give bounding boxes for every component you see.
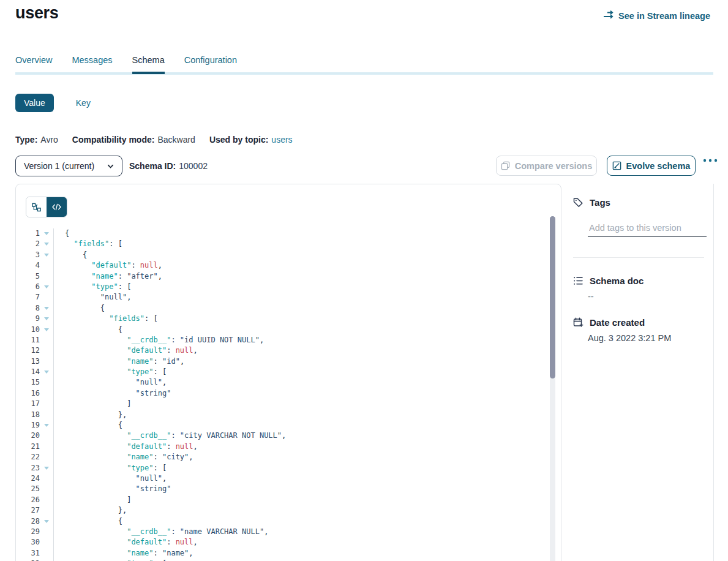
key-toggle-button[interactable]: Key	[67, 94, 99, 112]
code-line: 11 "__crdb__": "id UUID NOT NULL",	[16, 335, 549, 345]
fold-caret-icon[interactable]	[40, 239, 53, 249]
compatibility-value: Backward	[157, 135, 195, 145]
code-line: 17 ]	[16, 399, 549, 409]
code-text: "string"	[53, 388, 549, 399]
editor-scrollbar-track[interactable]	[550, 216, 555, 561]
sidebar-divider	[573, 257, 704, 258]
fold-caret-empty	[40, 505, 53, 516]
fold-caret-icon[interactable]	[40, 559, 53, 561]
line-number: 24	[16, 473, 40, 484]
line-number: 3	[16, 250, 40, 260]
chevron-down-icon	[107, 162, 114, 170]
line-number: 19	[16, 420, 40, 431]
code-line: 22 "name": "city",	[16, 452, 549, 462]
line-number: 7	[16, 292, 40, 303]
fold-caret-icon[interactable]	[40, 516, 53, 527]
fold-caret-icon[interactable]	[40, 282, 53, 292]
lineage-link-label: See in Stream lineage	[618, 11, 710, 21]
code-line: 1{	[16, 228, 549, 239]
tab-configuration[interactable]: Configuration	[184, 55, 237, 74]
code-text: "default": null,	[53, 442, 549, 452]
schema-sidebar: Tags Schema doc --	[573, 184, 714, 561]
compatibility-field: Compatibility mode:Backward	[72, 135, 195, 145]
fold-caret-icon[interactable]	[40, 250, 53, 260]
code-line: 29 "__crdb__": "name VARCHAR NULL",	[16, 527, 549, 537]
line-number: 4	[16, 260, 40, 271]
code-text: },	[53, 505, 549, 516]
fold-caret-icon[interactable]	[40, 314, 53, 324]
code-text: "type": [	[53, 282, 549, 292]
code-text: "type": [	[53, 559, 549, 561]
fold-caret-empty	[40, 495, 53, 505]
code-line: 21 "default": null,	[16, 442, 549, 452]
code-line: 19 {	[16, 420, 549, 431]
fold-caret-icon[interactable]	[40, 420, 53, 431]
code-text: {	[53, 250, 549, 260]
compare-versions-button[interactable]: Compare versions	[496, 156, 597, 176]
evolve-schema-label: Evolve schema	[626, 161, 691, 171]
add-tags-input[interactable]	[588, 219, 707, 237]
code-text: "fields": [	[53, 314, 549, 324]
code-line: 14 "type": [	[16, 367, 549, 377]
version-select[interactable]: Version 1 (current)	[15, 156, 122, 176]
line-number: 5	[16, 271, 40, 282]
fold-caret-empty	[40, 431, 53, 441]
code-text: "type": [	[53, 463, 549, 473]
date-created-title: Date created	[590, 317, 645, 328]
line-number: 13	[16, 356, 40, 367]
tags-section-header: Tags	[573, 197, 610, 208]
line-number: 25	[16, 484, 40, 494]
line-number: 17	[16, 399, 40, 409]
code-text: "default": null,	[53, 260, 549, 271]
code-text: "type": [	[53, 367, 549, 377]
ellipsis-icon	[702, 158, 718, 163]
tab-overview[interactable]: Overview	[15, 55, 52, 74]
code-line: 10 {	[16, 325, 549, 335]
code-text: {	[53, 303, 549, 314]
fold-caret-icon[interactable]	[40, 325, 53, 335]
code-line: 13 "name": "id",	[16, 356, 549, 367]
line-number: 20	[16, 431, 40, 441]
page-title: users	[15, 4, 59, 23]
fold-caret-icon[interactable]	[40, 228, 53, 239]
value-toggle-button[interactable]: Value	[15, 94, 54, 112]
schema-doc-title: Schema doc	[590, 276, 644, 286]
see-in-stream-lineage-link[interactable]: See in Stream lineage	[603, 10, 710, 21]
line-number: 23	[16, 463, 40, 473]
code-line: 26 ]	[16, 495, 549, 505]
schema-id-field: Schema ID:100002	[129, 156, 208, 176]
type-field: Type:Avro	[15, 135, 58, 145]
code-line: 16 "string"	[16, 388, 549, 399]
fold-caret-icon[interactable]	[40, 303, 53, 314]
code-line: 2 "fields": [	[16, 239, 549, 249]
evolve-schema-button[interactable]: Evolve schema	[607, 156, 696, 176]
line-number: 21	[16, 442, 40, 452]
compare-icon	[501, 161, 510, 170]
doc-list-icon	[573, 276, 584, 286]
editor-scrollbar-thumb[interactable]	[550, 216, 555, 378]
date-created-section-header: Date created	[573, 317, 645, 328]
line-number: 29	[16, 527, 40, 537]
code-view-icon	[52, 203, 61, 211]
line-number: 30	[16, 537, 40, 548]
used-by-topic-link[interactable]: users	[271, 135, 292, 145]
tab-schema[interactable]: Schema	[132, 55, 165, 74]
fold-caret-icon[interactable]	[40, 463, 53, 473]
tab-bar: Overview Messages Schema Configuration	[15, 55, 237, 74]
used-by-topic-field: Used by topic:users	[209, 135, 293, 145]
more-actions-button[interactable]	[702, 158, 718, 163]
code-line: 32 "type": [	[16, 559, 549, 561]
line-number: 15	[16, 377, 40, 388]
line-number: 10	[16, 325, 40, 335]
date-created-value: Aug. 3 2022 3:21 PM	[588, 333, 671, 343]
fold-caret-icon[interactable]	[40, 367, 53, 377]
tab-messages[interactable]: Messages	[72, 55, 112, 74]
code-text: ]	[53, 399, 549, 409]
code-text: "__crdb__": "id UUID NOT NULL",	[53, 335, 549, 345]
code-line: 28 {	[16, 516, 549, 527]
tree-view-button[interactable]	[26, 197, 47, 217]
value-key-toggle: Value Key	[15, 94, 99, 112]
code-text: "name": "city",	[53, 452, 549, 462]
code-view-button[interactable]	[47, 197, 67, 217]
code-line: 8 {	[16, 303, 549, 314]
